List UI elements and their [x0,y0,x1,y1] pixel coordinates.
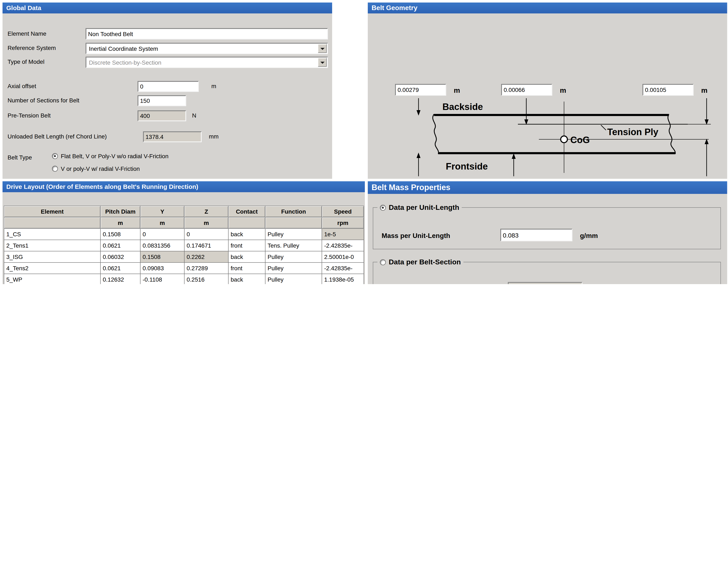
global-data-title: Global Data [3,3,332,13]
grid-cell[interactable]: -2.42835e- [322,240,364,251]
belt-outline [433,114,711,154]
belt-cross-section-diagram: Backside Frontside Tension Ply CoG [375,98,719,176]
grid-cell[interactable]: 3_ISG [4,251,100,262]
pre-tension-unit: N [192,112,196,119]
element-name-input[interactable] [86,28,328,39]
mass-per-unit-length-input[interactable] [500,229,572,241]
pre-tension-label: Pre-Tension Belt [8,112,51,119]
grid-cell[interactable]: -0.1108 [140,274,184,284]
cog-offset-input[interactable] [642,84,694,96]
belt-thickness-unit: m [454,86,460,95]
grid-cell[interactable]: Pulley [265,262,322,274]
grid-cell[interactable]: 0.0621 [100,240,140,251]
element-name-label: Element Name [8,30,46,37]
belt-geometry-panel: Belt Geometry m m m [368,3,727,179]
belt-length-input [143,131,202,142]
unit-length-group-legend: Data per Unit-Length [377,203,462,212]
dropdown-arrow-icon[interactable] [318,44,327,53]
grid-cell[interactable]: 5_WP [4,274,100,284]
grid-cell[interactable]: front [228,240,265,251]
belt-type-radio-v[interactable] [52,166,58,172]
grid-cell[interactable]: 0.06032 [100,251,140,262]
column-header: Pitch Diam [100,206,140,217]
mass-per-unit-length-unit: g/mm [580,232,598,239]
grid-cell[interactable]: back [228,274,265,284]
table-row: 5_WP0.12632-0.11080.2516backPulley1.1938… [4,274,364,284]
num-sections-input[interactable] [138,95,186,106]
grid-cell[interactable]: Pulley [265,251,322,262]
table-row: 2_Tens10.06210.08313560.174671frontTens.… [4,240,364,251]
table-row: 3_ISG0.060320.15080.2262backPulley2.5000… [4,251,364,262]
grid-cell[interactable]: Pulley [265,228,322,240]
header-row: ElementPitch DiamYZContactFunctionSpeed [4,206,364,217]
tension-ply-depth-unit: m [560,86,566,95]
grid-cell[interactable]: 4_Tens2 [4,262,100,274]
data-per-unit-length-radio[interactable] [380,205,386,211]
grid-cell[interactable]: 0.09083 [140,262,184,274]
grid-cell[interactable]: 0.0621 [100,262,140,274]
tension-ply-depth-input[interactable] [501,84,552,96]
drive-layout-title: Drive Layout (Order of Elements along Be… [3,181,365,192]
belt-type-radio-flat[interactable] [52,153,58,159]
grid-cell[interactable]: 0.2262 [184,251,228,262]
grid-cell[interactable]: 0.0831356 [140,240,184,251]
grid-cell[interactable]: 0.27289 [184,262,228,274]
axial-offset-input[interactable] [138,81,199,92]
grid-cell[interactable]: back [228,228,265,240]
belt-thickness-input[interactable] [395,84,446,96]
column-header [265,217,322,228]
grid-cell[interactable]: 0 [184,228,228,240]
drive-layout-table: ElementPitch DiamYZContactFunctionSpeedm… [4,206,364,284]
num-sections-label: Number of Sections for Belt [8,97,79,104]
grid-cell[interactable]: back [228,251,265,262]
type-of-model-value: Discrete Section-by-Section [89,59,161,66]
column-header: rpm [322,217,364,228]
global-data-panel: Global Data Element Name Reference Syste… [3,3,332,179]
unit-length-group: Data per Unit-Length Mass per Unit-Lengt… [373,207,721,249]
mass-per-unit-length-label: Mass per Unit-Length [382,232,450,239]
column-header: m [140,217,184,228]
data-per-belt-section-radio[interactable] [380,259,386,265]
data-per-unit-length-label[interactable]: Data per Unit-Length [389,203,459,212]
type-of-model-combobox: Discrete Section-by-Section [86,57,328,68]
cog-marker [539,101,709,173]
grid-cell[interactable]: 0.2516 [184,274,228,284]
reference-system-combobox[interactable]: Inertial Coordinate System [86,43,328,54]
belt-type-option-2-label[interactable]: V or poly-V w/ radial V-Friction [61,165,140,172]
grid-cell[interactable]: 0.1508 [140,251,184,262]
column-header: Contact [228,206,265,217]
belt-section-group-legend: Data per Belt-Section [377,258,463,266]
belt-mass-properties-panel: Belt Mass Properties Data per Unit-Lengt… [368,181,727,284]
grid-cell[interactable]: 0 [140,228,184,240]
belt-type-option-1-label[interactable]: Flat Belt, V or Poly-V w/o radial V-Fric… [61,153,169,159]
grid-cell[interactable]: 0.174671 [184,240,228,251]
grid-cell[interactable]: 0.1508 [100,228,140,240]
axial-offset-label: Axial offset [8,83,36,89]
column-header: Y [140,206,184,217]
data-per-belt-section-label[interactable]: Data per Belt-Section [389,258,461,266]
belt-length-unit: mm [209,133,219,140]
tension-ply-label: Tension Ply [607,127,658,137]
grid-cell[interactable]: -2.42835e- [322,262,364,274]
table-row: 4_Tens20.06210.090830.27289frontPulley-2… [4,262,364,274]
grid-cell[interactable]: front [228,262,265,274]
grid-cell[interactable]: 2.50001e-0 [322,251,364,262]
dropdown-arrow-icon [318,58,327,67]
type-of-model-label: Type of Model [8,58,44,65]
cog-label: CoG [570,135,590,145]
belt-type-option-2: V or poly-V w/ radial V-Friction [52,165,140,172]
column-header: m [100,217,140,228]
column-header: Speed [322,206,364,217]
grid-cell[interactable]: 2_Tens1 [4,240,100,251]
belt-length-label: Unloaded Belt Length (ref Chord Line) [8,133,107,140]
grid-cell[interactable]: 1.1938e-05 [322,274,364,284]
grid-cell[interactable]: Tens. Pulley [265,240,322,251]
grid-cell[interactable]: 0.12632 [100,274,140,284]
cog-offset-unit: m [701,86,707,95]
units-row: mmmrpm [4,217,364,228]
grid-cell[interactable]: 1_CS [4,228,100,240]
pre-tension-input [138,110,186,121]
grid-cell[interactable]: 1e-5 [322,228,364,240]
grid-cell[interactable]: Pulley [265,274,322,284]
belt-mass-title: Belt Mass Properties [368,181,727,194]
